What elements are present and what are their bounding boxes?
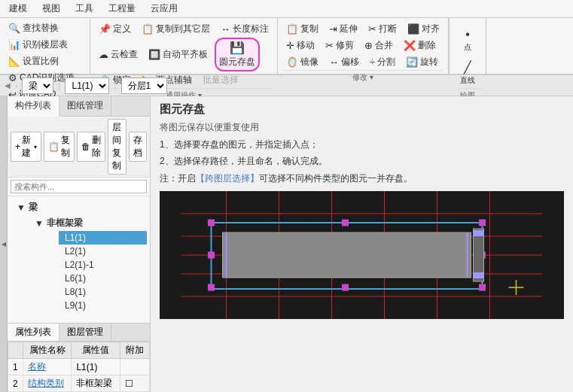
tree-item-L9[interactable]: L9(1): [59, 299, 147, 312]
row-num-2: 2: [8, 375, 23, 392]
btn-delete-component[interactable]: 🗑 删除: [77, 132, 105, 162]
trim-icon: ✂: [325, 40, 334, 51]
ribbon-btn-save-symbol[interactable]: 💾 圆元存盘: [215, 38, 260, 71]
ribbon-btn-break[interactable]: ✂ 打断: [364, 21, 401, 37]
row-value-1: L1(1): [72, 359, 120, 375]
tab-drawing-mgmt[interactable]: 图纸管理: [59, 96, 111, 116]
info-note: 注：开启【跨图层选择】可选择不同构件类型的图元一并存盘。: [160, 172, 564, 185]
point-icon: •: [465, 28, 470, 41]
break-icon: ✂: [368, 23, 376, 35]
menu-item-quantity[interactable]: 工程量: [105, 1, 139, 17]
note-bracket[interactable]: 【跨图层选择】: [196, 173, 259, 184]
divide-icon: ÷: [370, 56, 375, 68]
tab-properties[interactable]: 属性列表: [8, 324, 59, 341]
delete-icon: ❌: [404, 40, 416, 51]
ribbon-btn-length-mark[interactable]: ↔ 长度标注: [217, 21, 273, 37]
table-row: 2 结构类别 非框架梁 ☐: [8, 375, 150, 392]
ribbon-btn-merge[interactable]: ⊕ 合并: [361, 38, 397, 53]
ribbon-btn-rotate[interactable]: 🔄 旋转: [402, 54, 442, 70]
btn-copy-component[interactable]: 📋 复制: [44, 132, 75, 162]
ribbon-btn-find-replace[interactable]: 🔍 查找替换: [5, 20, 85, 36]
ribbon-btn-auto-level[interactable]: 🔲 自动平齐板: [145, 38, 212, 71]
length-mark-icon: ↔: [221, 23, 230, 35]
ribbon-btn-align[interactable]: ⬛ 对齐: [404, 21, 443, 37]
new-arrow: ▾: [34, 144, 37, 150]
layer-select[interactable]: 分层1: [121, 77, 167, 94]
ribbon-btn-mirror[interactable]: 🪞 镜像: [282, 54, 322, 70]
menu-item-build[interactable]: 建模: [6, 1, 30, 17]
tree-item-L1[interactable]: L1(1): [59, 231, 147, 245]
tree-item-L2[interactable]: L2(1): [59, 245, 147, 258]
line-icon: ╱: [464, 60, 471, 74]
col-num: [8, 342, 23, 359]
btn-new[interactable]: + 新建 ▾: [11, 132, 41, 162]
ribbon-btn-set-scale[interactable]: 📐 设置比例: [5, 53, 85, 69]
info-steps: 1、选择要存盘的图元，并指定插入点； 2、选择保存路径，并且命名，确认完成。: [160, 137, 564, 169]
ribbon-btn-copy[interactable]: 📋 复制: [282, 21, 322, 37]
bottom-panel-tabs: 属性列表 图层管理: [8, 324, 150, 342]
search-input[interactable]: [11, 180, 147, 193]
svg-rect-16: [209, 284, 215, 290]
ribbon-btn-extend[interactable]: ⇥ 延伸: [325, 21, 361, 37]
align-icon: ⬛: [407, 23, 419, 35]
menu-item-view[interactable]: 视图: [39, 1, 63, 17]
svg-rect-18: [343, 220, 349, 226]
ribbon-btn-offset[interactable]: ↔ 偏移: [325, 54, 363, 70]
tab-layer-mgmt[interactable]: 图层管理: [59, 324, 111, 341]
menu-item-cloud[interactable]: 云应用: [148, 1, 181, 17]
expand-icon2: ▼: [35, 218, 44, 229]
tree-node-beam[interactable]: ▼ 梁: [11, 199, 147, 215]
btn-inter-floor-copy[interactable]: 层间复制: [108, 119, 126, 175]
ribbon-modify: 📋 复制 ⇥ 延伸 ✂ 打断 ⬛ 对齐 ✛ 移: [278, 18, 449, 74]
prop-link-name[interactable]: 名称: [28, 361, 46, 372]
ribbon-btn-identify-floors[interactable]: 📊 识别楼层表: [5, 37, 85, 53]
ribbon-cad-ops: 🔍 查找替换 📊 识别楼层表 📐 设置比例 ⚙ CAD识别选项 ↩ 还原CAD …: [0, 18, 90, 74]
tree-item-L8[interactable]: L8(1): [59, 285, 147, 299]
prop-link-struct[interactable]: 结构类别: [28, 378, 64, 388]
component-id-select[interactable]: L1(1): [65, 77, 109, 94]
ribbon-btn-point[interactable]: • 点: [454, 26, 481, 55]
ribbon-btn-trim[interactable]: ✂ 修剪: [322, 38, 358, 53]
toolbar2-sep2: |: [114, 81, 116, 91]
toolbar2-sep1: |: [58, 81, 60, 91]
ribbon-btn-line[interactable]: ╱ 直线: [454, 58, 481, 88]
tab-component-list[interactable]: 构件列表: [8, 96, 59, 117]
ribbon: 🔍 查找替换 📊 识别楼层表 📐 设置比例 ⚙ CAD识别选项 ↩ 还原CAD …: [0, 18, 573, 75]
col-name: 属性名称: [23, 342, 72, 359]
panel-toolbar: + 新建 ▾ 📋 复制 🗑 删除 层间复制 存档: [8, 117, 150, 178]
info-title: 图元存盘: [160, 102, 564, 117]
ribbon-btn-move[interactable]: ✛ 移动: [282, 38, 319, 53]
left-panel-tabs: 构件列表 图纸管理: [8, 96, 150, 117]
rotate-icon: 🔄: [406, 56, 418, 68]
tree-item-L6[interactable]: L6(1): [59, 272, 147, 285]
modify-label: 修改 ▾: [282, 70, 443, 83]
ribbon-btn-delete[interactable]: ❌ 删除: [400, 38, 440, 53]
ribbon-draw: • 点 ╱ 直线 绘图: [449, 18, 486, 74]
ribbon-btn-define[interactable]: 📌 定义: [95, 21, 135, 37]
copy-comp-icon: 📋: [48, 141, 59, 152]
row-value-2: 非框架梁: [72, 375, 120, 392]
offset-icon: ↔: [329, 56, 339, 68]
menu-item-tools[interactable]: 工具: [72, 1, 96, 17]
col-extra: 附加: [120, 342, 149, 359]
search-bar: [8, 178, 150, 196]
row-extra-2: ☐: [120, 375, 149, 392]
ribbon-btn-cloud-check[interactable]: ☁ 云检查: [95, 38, 142, 71]
row-name-1[interactable]: 名称: [23, 359, 72, 375]
save-symbol-icon: 💾: [230, 41, 245, 55]
copy-icon: 📋: [286, 23, 298, 35]
btn-save-comp[interactable]: 存档: [129, 132, 147, 162]
row-name-2[interactable]: 结构类别: [23, 375, 72, 392]
right-panel: 图元存盘 将图元保存以便重复使用 1、选择要存盘的图元，并指定插入点； 2、选择…: [151, 96, 573, 392]
ribbon-btn-batch-select[interactable]: 批量选择: [199, 72, 242, 88]
component-type-select[interactable]: 梁: [22, 77, 53, 94]
ribbon-btn-divide[interactable]: ÷ 分割: [366, 54, 399, 70]
menu-bar: 建模 视图 工具 工程量 云应用: [0, 0, 573, 18]
ribbon-btn-copy-layer[interactable]: 📋 复制到其它层: [138, 21, 214, 37]
expand-icon: ▼: [17, 202, 26, 213]
collapse-handle[interactable]: ◀: [0, 96, 8, 392]
floors-icon: 📊: [8, 39, 20, 50]
tree-node-nonframe-beam[interactable]: ▼ 非框架梁: [29, 215, 147, 231]
tree-item-L2-1[interactable]: L2(1)-1: [59, 258, 147, 272]
row-num-1: 1: [8, 359, 23, 375]
